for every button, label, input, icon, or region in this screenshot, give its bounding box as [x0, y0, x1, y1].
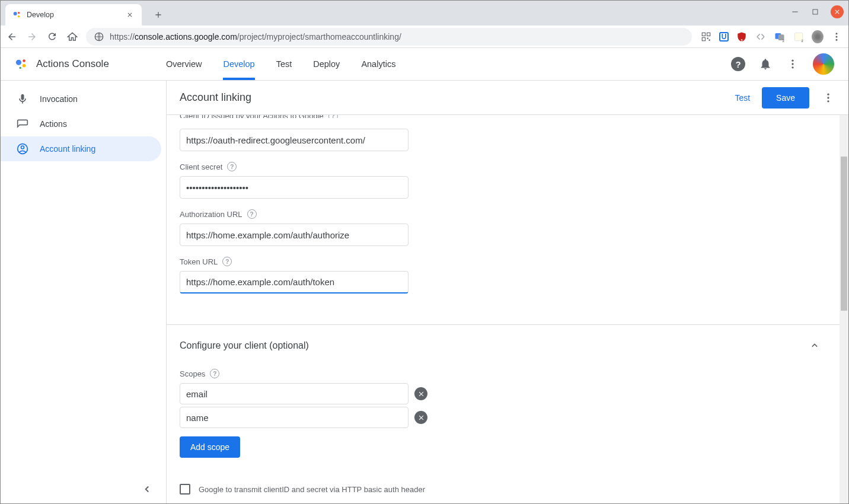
translate-extension-icon[interactable]: 2 [774, 31, 786, 43]
back-icon[interactable] [7, 31, 17, 42]
sidebar-item-actions[interactable]: Actions [1, 111, 161, 136]
tab-strip: Develop [1, 1, 848, 25]
browser-menu-icon[interactable] [831, 31, 842, 43]
app-body: Invocation Actions Account linking Accou… [1, 81, 848, 503]
tab-favicon [12, 10, 22, 20]
basic-auth-checkbox[interactable] [180, 484, 190, 495]
scrollbar[interactable] [840, 115, 848, 503]
client-secret-input[interactable] [180, 176, 408, 199]
extension-icon[interactable]: 2 [793, 31, 805, 43]
test-button[interactable]: Test [735, 93, 750, 103]
minimize-icon[interactable] [790, 7, 800, 17]
browser-toolbar: https://console.actions.google.com/proje… [1, 25, 848, 48]
page-more-icon[interactable] [821, 91, 835, 105]
home-icon[interactable] [67, 31, 78, 42]
section-divider [167, 324, 848, 325]
svg-rect-9 [707, 37, 708, 39]
browser-profile-avatar[interactable] [812, 31, 824, 43]
sidebar-collapse-button[interactable] [139, 481, 155, 497]
svg-point-25 [791, 63, 793, 65]
reload-icon[interactable] [47, 31, 58, 42]
svg-point-18 [836, 36, 838, 37]
more-vert-icon[interactable] [786, 57, 800, 71]
svg-rect-6 [702, 33, 705, 36]
auth-url-input[interactable] [180, 224, 408, 246]
add-scope-button[interactable]: Add scope [180, 436, 240, 458]
svg-point-21 [23, 59, 25, 62]
maximize-icon[interactable] [810, 7, 820, 17]
checkbox-label: Google to transmit clientID and secret v… [199, 485, 425, 494]
window-close-icon[interactable] [831, 5, 844, 18]
token-url-label: Token URL ? [180, 257, 835, 266]
user-avatar[interactable] [813, 53, 834, 75]
sidebar-item-invocation[interactable]: Invocation [1, 87, 161, 111]
help-icon[interactable]: ? [222, 257, 232, 266]
site-info-icon[interactable] [94, 32, 104, 42]
notifications-icon[interactable] [758, 57, 773, 71]
logo[interactable]: Actions Console [15, 58, 166, 71]
svg-text:2: 2 [783, 39, 785, 42]
browser-tab[interactable]: Develop [5, 4, 142, 25]
app-header: Actions Console Overview Develop Test De… [1, 48, 848, 81]
token-url-input[interactable] [180, 271, 408, 294]
configure-client-section-header[interactable]: Configure your client (optional) [180, 339, 835, 352]
svg-point-19 [836, 39, 838, 40]
sidebar-item-label: Actions [40, 119, 67, 129]
auth-url-label: Authorization URL ? [180, 209, 835, 219]
extension-icon[interactable]: U [719, 32, 729, 42]
new-tab-button[interactable] [150, 7, 167, 23]
svg-rect-8 [702, 37, 705, 40]
help-icon[interactable]: ? [227, 162, 237, 171]
svg-point-24 [791, 60, 793, 62]
save-button[interactable]: Save [762, 87, 809, 109]
help-icon[interactable]: ? [247, 209, 257, 219]
svg-point-26 [791, 66, 793, 68]
svg-point-31 [827, 100, 829, 102]
page-title: Account linking [180, 91, 251, 104]
nav-icons [7, 31, 78, 42]
url-text: https://console.actions.google.com/proje… [110, 32, 401, 42]
help-icon[interactable]: ? [731, 57, 745, 71]
sidebar: Invocation Actions Account linking [1, 81, 167, 503]
scope-input[interactable] [180, 383, 408, 404]
nav-analytics[interactable]: Analytics [361, 48, 395, 80]
mic-icon [16, 92, 29, 106]
account-icon [16, 142, 29, 155]
content-scroll[interactable]: Client ID issued by your Actions to Goog… [167, 115, 848, 503]
client-id-input[interactable] [180, 129, 408, 151]
sidebar-item-account-linking[interactable]: Account linking [1, 136, 161, 161]
nav-develop[interactable]: Develop [223, 48, 254, 80]
assistant-logo-icon [15, 58, 28, 71]
svg-point-1 [18, 12, 20, 14]
header-right: ? [731, 53, 834, 75]
tab-close-icon[interactable] [125, 10, 135, 20]
chat-icon [16, 117, 29, 130]
omnibox[interactable]: https://console.actions.google.com/proje… [86, 28, 692, 46]
help-icon[interactable]: ? [328, 115, 338, 118]
nav-deploy[interactable]: Deploy [313, 48, 340, 80]
svg-point-20 [16, 60, 21, 65]
nav-test[interactable]: Test [276, 48, 292, 80]
chevron-up-icon [808, 339, 821, 352]
svg-point-0 [14, 12, 17, 15]
client-id-label-cutoff: Client ID issued by your Actions to Goog… [180, 115, 835, 118]
extension-icon[interactable] [755, 31, 767, 43]
forward-icon[interactable] [27, 31, 37, 42]
basic-auth-checkbox-row: Google to transmit clientID and secret v… [180, 484, 835, 495]
svg-rect-7 [707, 33, 710, 36]
svg-point-22 [23, 64, 26, 68]
scrollbar-thumb[interactable] [841, 157, 847, 311]
qr-extension-icon[interactable] [700, 31, 712, 43]
scope-input[interactable] [180, 407, 408, 428]
sidebar-item-label: Invocation [40, 94, 78, 104]
remove-scope-icon[interactable] [414, 387, 427, 400]
svg-point-17 [836, 33, 838, 34]
ublock-extension-icon[interactable]: 3 [736, 31, 748, 43]
client-secret-label: Client secret ? [180, 162, 835, 171]
svg-rect-4 [813, 9, 818, 14]
remove-scope-icon[interactable] [414, 411, 427, 424]
svg-point-30 [827, 97, 829, 98]
extension-icons: U 3 2 2 [700, 31, 842, 43]
help-icon[interactable]: ? [210, 369, 219, 378]
nav-overview[interactable]: Overview [166, 48, 202, 80]
